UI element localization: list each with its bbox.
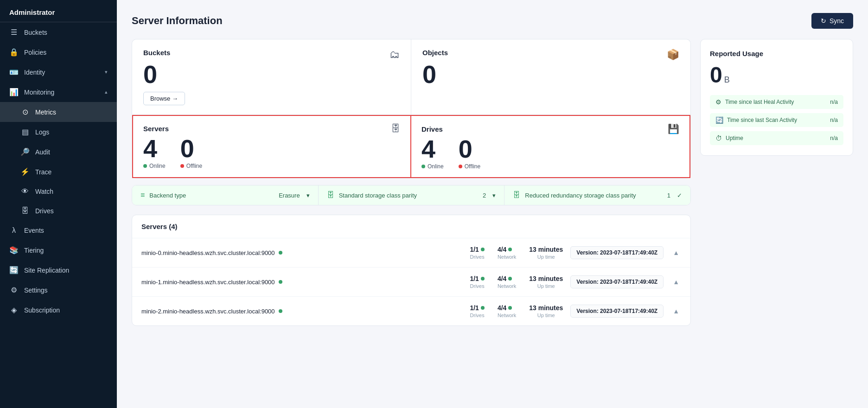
reduced-parity-icon: 🗄: [513, 191, 520, 199]
usage-rows: ⚙ Time since last Heal Activity n/a 🔄 Ti…: [710, 95, 843, 145]
version-prefix-2: Version:: [576, 308, 600, 314]
server-network-label-1: Network: [498, 283, 516, 289]
sidebar-item-tiering[interactable]: 📚 Tiering: [0, 240, 117, 260]
sidebar-item-drives[interactable]: 🗄 Drives: [0, 201, 117, 221]
server-row-1: minio-1.minio-headless.wzh.svc.cluster.l…: [132, 268, 690, 297]
sidebar-item-watch[interactable]: 👁 Watch: [0, 182, 117, 201]
objects-icon-stat: 📦: [667, 49, 679, 61]
settings-icon: ⚙: [9, 286, 19, 294]
sync-button[interactable]: ↻ Sync: [811, 13, 853, 29]
standard-parity-label: Standard storage class parity: [339, 192, 478, 199]
sidebar-label-monitoring: Monitoring: [24, 89, 99, 96]
scan-value: n/a: [830, 117, 838, 123]
server-expand-2[interactable]: ▲: [671, 306, 681, 317]
drives-offline-dot: [459, 165, 462, 168]
standard-parity-dropdown-icon[interactable]: ▾: [492, 192, 496, 199]
sidebar-item-trace[interactable]: ⚡ Trace: [0, 162, 117, 182]
sidebar-label-events: Events: [24, 227, 108, 234]
sidebar: Administrator ☰ Buckets 🔒 Policies 🪪 Ide…: [0, 0, 117, 408]
uptime-value: n/a: [830, 135, 838, 141]
server-drives-label-0: Drives: [470, 254, 484, 260]
trace-icon: ⚡: [20, 167, 30, 176]
sidebar-label-buckets: Buckets: [24, 29, 108, 36]
sidebar-label-policies: Policies: [24, 49, 108, 56]
drives-stat-card: Drives 💾 4 Online 0: [411, 115, 690, 178]
reported-usage-title: Reported Usage: [710, 50, 843, 57]
server-expand-0[interactable]: ▲: [671, 247, 681, 258]
sidebar-item-buckets[interactable]: ☰ Buckets: [0, 22, 117, 42]
info-bar-backend: ≡ Backend type Erasure ▾: [132, 185, 319, 205]
browse-button[interactable]: Browse →: [143, 92, 185, 105]
server-status-dot-2: [279, 309, 282, 313]
buckets-card: Buckets 🗂 0 Browse →: [132, 39, 411, 115]
backend-dropdown-icon[interactable]: ▾: [306, 192, 310, 199]
server-version-0: Version: 2023-07-18T17:49:40Z: [570, 246, 664, 259]
heal-icon: ⚙: [715, 98, 721, 106]
server-network-value-1: 4/4: [498, 275, 516, 282]
drives-stat-label: Drives: [421, 125, 443, 133]
backend-label: Backend type: [149, 192, 274, 199]
servers-stat-card: Servers 🗄 4 Online 0: [132, 115, 411, 178]
servers-offline-value: 0: [180, 136, 202, 161]
reduced-parity-check-icon: ✓: [677, 192, 682, 199]
events-icon: λ: [9, 226, 19, 235]
sidebar-label-trace: Trace: [35, 168, 108, 176]
version-prefix-0: Version:: [576, 249, 600, 256]
drives-offline-label: Offline: [465, 163, 480, 170]
drives-online-label: Online: [428, 163, 444, 170]
servers-stat-label: Servers: [143, 125, 169, 133]
drives-icon: 🗄: [20, 207, 30, 215]
sidebar-label-tiering: Tiering: [24, 247, 108, 254]
sidebar-item-policies[interactable]: 🔒 Policies: [0, 42, 117, 62]
sidebar-label-audit: Audit: [35, 148, 108, 156]
sidebar-item-identity[interactable]: 🪪 Identity ▾: [0, 62, 117, 82]
server-uptime-stat-2: 13 minutes Up time: [529, 304, 563, 318]
sidebar-item-events[interactable]: λ Events: [0, 221, 117, 240]
server-uptime-label-1: Up time: [529, 283, 563, 289]
drives-stat-dot-1: [481, 277, 485, 280]
tiering-icon: 📚: [9, 246, 19, 255]
buckets-icon-stat: 🗂: [389, 49, 400, 61]
sync-icon: ↻: [821, 17, 826, 25]
standard-parity-icon: 🗄: [327, 191, 334, 199]
admin-label: Administrator: [0, 0, 117, 22]
page-title: Server Information: [132, 15, 223, 27]
servers-online-value: 4: [143, 136, 166, 161]
server-drives-value-2: 1/1: [470, 304, 484, 312]
servers-section-title: Servers (4): [132, 215, 690, 238]
sidebar-item-site-replication[interactable]: 🔄 Site Replication: [0, 260, 117, 280]
drives-online-dot: [421, 165, 425, 168]
sidebar-item-logs[interactable]: ▤ Logs: [0, 122, 117, 142]
right-panel: Reported Usage 0 B ⚙ Time since last Hea…: [700, 39, 853, 326]
server-expand-1[interactable]: ▲: [671, 276, 681, 287]
sidebar-label-logs: Logs: [35, 128, 108, 136]
server-version-2: Version: 2023-07-18T17:49:40Z: [570, 305, 664, 318]
page-header: Server Information ↻ Sync: [132, 13, 853, 29]
network-stat-dot-2: [508, 306, 512, 310]
server-drives-label-1: Drives: [470, 283, 484, 289]
server-version-1: Version: 2023-07-18T17:49:40Z: [570, 275, 664, 288]
sidebar-label-settings: Settings: [24, 287, 108, 294]
server-uptime-stat-1: 13 minutes Up time: [529, 275, 563, 289]
servers-stat-icon: 🗄: [391, 123, 400, 134]
sidebar-label-subscription: Subscription: [24, 306, 108, 314]
top-layout: Buckets 🗂 0 Browse → Objects 📦 0: [132, 39, 853, 326]
heal-value: n/a: [830, 99, 838, 105]
server-network-value-2: 4/4: [498, 304, 516, 312]
buckets-value: 0: [143, 61, 400, 88]
network-stat-dot-0: [508, 248, 512, 251]
sidebar-item-subscription[interactable]: ◈ Subscription: [0, 300, 117, 320]
sidebar-item-audit[interactable]: 🔎 Audit: [0, 142, 117, 162]
usage-row-heal: ⚙ Time since last Heal Activity n/a: [710, 95, 843, 109]
scan-icon: 🔄: [715, 116, 723, 124]
sidebar-item-monitoring[interactable]: 📊 Monitoring ▴: [0, 82, 117, 102]
version-value-0: 2023-07-18T17:49:40Z: [600, 249, 657, 256]
server-status-dot-1: [279, 280, 282, 284]
server-name-0: minio-0.minio-headless.wzh.svc.cluster.l…: [141, 249, 462, 256]
sidebar-item-metrics[interactable]: ⊙ Metrics: [0, 102, 117, 122]
sidebar-item-settings[interactable]: ⚙ Settings: [0, 280, 117, 300]
servers-count: 4: [171, 223, 175, 230]
server-drives-value-1: 1/1: [470, 275, 484, 282]
monitoring-icon: 📊: [9, 88, 19, 96]
usage-row-uptime: ⏱ Uptime n/a: [710, 131, 843, 145]
